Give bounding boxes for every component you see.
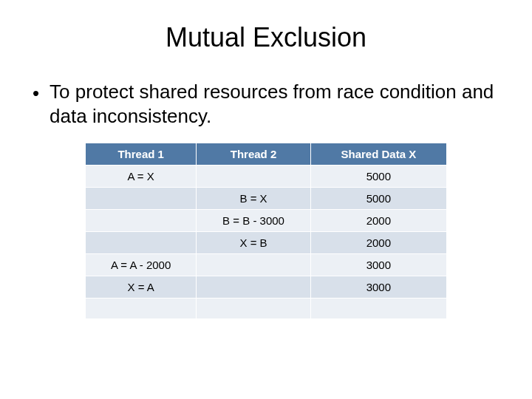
cell: 3000	[310, 254, 446, 276]
cell	[310, 299, 446, 319]
cell: 2000	[310, 232, 446, 254]
cell: 5000	[310, 166, 446, 188]
table-row: X = B 2000	[86, 232, 447, 254]
data-table: Thread 1 Thread 2 Shared Data X A = X 50…	[85, 143, 447, 319]
table-row: B = B - 3000 2000	[86, 210, 447, 232]
cell	[86, 210, 197, 232]
table-row: A = A - 2000 3000	[86, 254, 447, 276]
cell: B = X	[197, 188, 310, 210]
table-row	[86, 299, 447, 319]
cell: X = B	[197, 232, 310, 254]
page-title: Mutual Exclusion	[30, 22, 502, 53]
cell	[197, 166, 310, 188]
cell	[197, 276, 310, 299]
table-row: X = A 3000	[86, 276, 447, 299]
table-container: Thread 1 Thread 2 Shared Data X A = X 50…	[30, 143, 502, 319]
col-header-thread1: Thread 1	[86, 143, 197, 166]
bullet-text: To protect shared resources from race co…	[50, 80, 502, 128]
col-header-thread2: Thread 2	[197, 143, 310, 166]
cell: A = X	[86, 166, 197, 188]
slide: Mutual Exclusion • To protect shared res…	[0, 0, 532, 399]
cell	[197, 299, 310, 319]
cell: X = A	[86, 276, 197, 299]
cell	[197, 254, 310, 276]
cell: 2000	[310, 210, 446, 232]
table-row: A = X 5000	[86, 166, 447, 188]
cell	[86, 299, 197, 319]
table-row: B = X 5000	[86, 188, 447, 210]
cell: B = B - 3000	[197, 210, 310, 232]
cell	[86, 232, 197, 254]
cell	[86, 188, 197, 210]
table-header-row: Thread 1 Thread 2 Shared Data X	[86, 143, 447, 166]
bullet-dot-icon: •	[33, 81, 39, 106]
col-header-shared: Shared Data X	[310, 143, 446, 166]
bullet-item: • To protect shared resources from race …	[33, 80, 502, 128]
cell: A = A - 2000	[86, 254, 197, 276]
cell: 3000	[310, 276, 446, 299]
cell: 5000	[310, 188, 446, 210]
